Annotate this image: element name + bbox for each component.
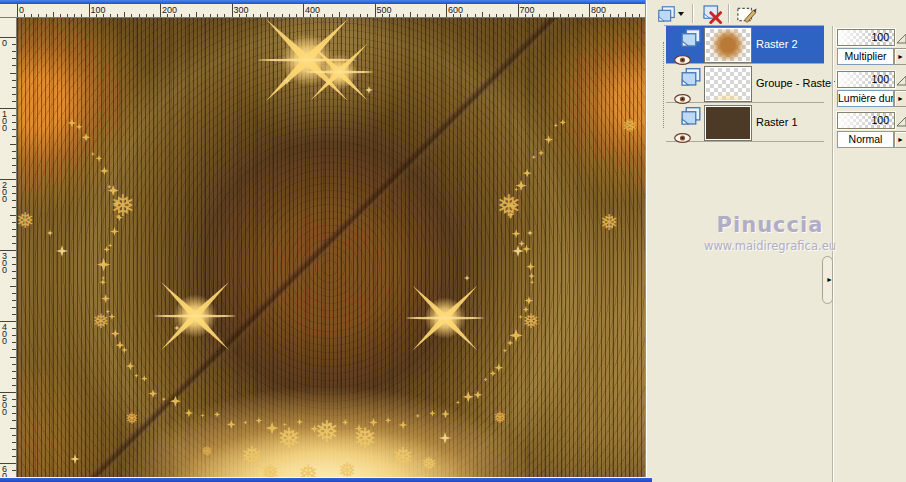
toolbar-separator — [728, 4, 730, 23]
edit-selection-icon — [736, 5, 757, 24]
svg-text:❅: ❅ — [496, 188, 521, 223]
svg-text:❅: ❅ — [298, 460, 318, 477]
palette-splitter-handle[interactable]: ► — [822, 256, 833, 304]
layer-name: Groupe - Raster 2 — [756, 77, 844, 89]
opacity-slider[interactable]: 100 — [837, 71, 895, 88]
svg-text:❅: ❅ — [17, 208, 34, 233]
chevron-right-icon: ► — [826, 276, 833, 283]
svg-text:❅: ❅ — [314, 414, 339, 449]
watermark-title: Pinuccia — [660, 213, 880, 237]
layer-pages-icon — [680, 107, 702, 130]
blend-mode-select[interactable]: Multiplier — [837, 48, 894, 65]
toolbar-separator — [692, 4, 694, 23]
svg-text:❅: ❅ — [421, 453, 436, 474]
layer-name: Raster 2 — [756, 38, 798, 50]
palette-splitter — [832, 26, 834, 482]
opacity-value: 100 — [871, 31, 889, 43]
svg-text:❅: ❅ — [261, 460, 279, 477]
svg-text:❅: ❅ — [600, 210, 618, 235]
horizontal-ruler[interactable]: 0100200300400500600700800 — [0, 4, 645, 18]
layer-row-groupe-raster-2[interactable]: Groupe - Raster 2 — [666, 65, 824, 103]
layer-thumbnail — [706, 29, 750, 61]
opacity-slider[interactable]: 100 — [837, 112, 895, 129]
svg-text:❅: ❅ — [201, 443, 213, 459]
layer-group-tree-line — [663, 42, 664, 128]
new-layer-icon — [657, 6, 676, 23]
svg-text:❅: ❅ — [353, 422, 376, 455]
blend-mode-select[interactable]: Lumière dure — [837, 90, 894, 107]
layer-controls-raster-1: 100 Normal ► — [837, 112, 906, 148]
new-layer-button[interactable] — [656, 3, 684, 25]
layer-row-raster-2[interactable]: Raster 2 — [666, 26, 824, 64]
svg-text:❅: ❅ — [125, 409, 138, 428]
blend-mode-value: Normal — [849, 133, 883, 145]
delete-layer-icon — [701, 5, 723, 24]
svg-text:❅: ❅ — [277, 422, 300, 455]
svg-text:❅: ❅ — [110, 188, 135, 223]
psp-workspace: 0100200300400500600700800 01002003004005… — [0, 0, 906, 482]
svg-text:❅: ❅ — [493, 408, 506, 427]
opacity-slider-thumb[interactable] — [896, 116, 906, 127]
blend-mode-arrow-button[interactable]: ► — [894, 48, 906, 65]
blend-mode-arrow-button[interactable]: ► — [894, 131, 906, 148]
watermark-url: www.maidiregrafica.eu — [660, 239, 880, 253]
blend-mode-value: Lumière dure — [838, 92, 894, 104]
image-window-bottom-border — [0, 477, 652, 482]
opacity-value: 100 — [871, 114, 889, 126]
canvas-artwork: ❅❅❅❅❅❅❅❅❅❅❅❅❅❅❅❅❅❅❅ — [17, 18, 645, 477]
vertical-ruler[interactable]: 0100200300400500600 — [0, 18, 17, 477]
blend-mode-select[interactable]: Normal — [837, 131, 894, 148]
edit-selection-button[interactable] — [732, 3, 760, 25]
layer-thumbnail — [706, 107, 750, 139]
layer-pages-icon — [680, 68, 702, 91]
opacity-value: 100 — [871, 73, 889, 85]
svg-text:❅: ❅ — [338, 458, 356, 477]
layer-row-raster-1[interactable]: Raster 1 — [666, 104, 824, 142]
layer-controls-raster-2: 100 Multiplier ► — [837, 29, 906, 65]
delete-layer-button[interactable] — [698, 3, 726, 25]
chevron-down-icon — [678, 12, 684, 16]
layer-pages-icon — [680, 29, 702, 52]
visibility-eye-icon[interactable] — [674, 129, 691, 147]
canvas[interactable]: ❅❅❅❅❅❅❅❅❅❅❅❅❅❅❅❅❅❅❅ — [17, 18, 645, 477]
layers-palette: Raster 2 Groupe - Raster 2 — [645, 0, 906, 482]
opacity-slider-thumb[interactable] — [896, 33, 906, 44]
layer-name: Raster 1 — [756, 116, 798, 128]
blend-mode-arrow-button[interactable]: ► — [894, 90, 906, 107]
svg-text:❅: ❅ — [392, 442, 414, 472]
opacity-slider-thumb[interactable] — [896, 75, 906, 86]
svg-text:❅: ❅ — [241, 441, 263, 471]
layer-thumbnail — [706, 68, 750, 100]
blend-mode-value: Multiplier — [844, 50, 886, 62]
svg-text:❅: ❅ — [622, 115, 637, 136]
opacity-slider[interactable]: 100 — [837, 29, 895, 46]
svg-text:❅: ❅ — [93, 309, 110, 333]
layer-controls-groupe: 100 Lumière dure ► — [837, 71, 906, 107]
svg-text:❅: ❅ — [523, 309, 540, 333]
